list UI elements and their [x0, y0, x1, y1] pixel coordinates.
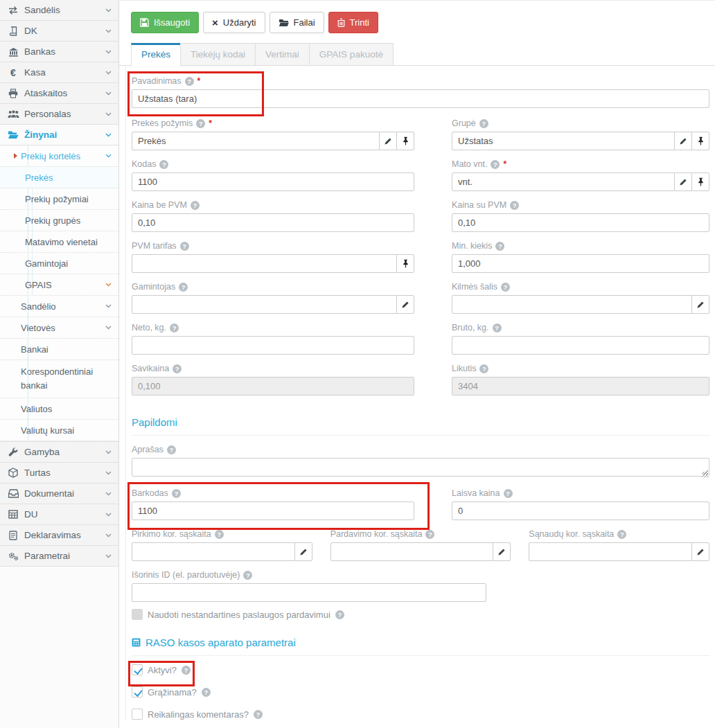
sidebar-item-parametrai[interactable]: Parametrai: [0, 546, 118, 567]
edit-button[interactable]: [493, 542, 511, 561]
tab-tiekeju-kodai[interactable]: Tiekėjų kodai: [180, 43, 256, 65]
sidebar-item-bankas[interactable]: Bankas: [0, 42, 118, 62]
sidebar-item-prekes[interactable]: Prekės: [0, 167, 118, 188]
pvm-tarifas-input[interactable]: [132, 254, 397, 273]
sidebar-item-prekiu-pozymiai[interactable]: Prekių požymiai: [0, 188, 118, 210]
save-button[interactable]: Išsaugoti: [131, 12, 199, 33]
pin-button[interactable]: [691, 132, 709, 150]
pardavimo-kor-saskaita-input[interactable]: [330, 542, 494, 561]
sidebar-item-korespondentiniai-bankai[interactable]: Korespondentiniai bankai: [0, 360, 118, 398]
help-icon[interactable]: ?: [159, 160, 168, 169]
help-icon[interactable]: ?: [617, 530, 626, 539]
komentaras-checkbox[interactable]: [132, 709, 143, 720]
sidebar-item-vietoves[interactable]: Vietovės: [0, 317, 118, 339]
help-icon[interactable]: ?: [180, 242, 189, 251]
help-icon[interactable]: ?: [479, 364, 488, 373]
pin-button[interactable]: [691, 172, 709, 191]
help-icon[interactable]: ?: [182, 666, 191, 675]
aktyvi-checkbox[interactable]: [132, 664, 143, 675]
sidebar-item-prekiu-grupes[interactable]: Prekių grupės: [0, 210, 118, 231]
help-icon[interactable]: ?: [170, 323, 179, 332]
sidebar-item-gpais[interactable]: GPAIS: [0, 274, 118, 296]
sidebar-item-dokumentai[interactable]: Dokumentai: [0, 483, 118, 504]
edit-button[interactable]: [674, 132, 692, 150]
kaina-be-pvm-input[interactable]: [132, 213, 414, 232]
help-icon[interactable]: ?: [491, 160, 500, 169]
sidebar-item-du[interactable]: DU: [0, 504, 118, 525]
help-icon[interactable]: ?: [196, 119, 205, 128]
edit-button[interactable]: [691, 542, 709, 561]
sidebar-item-kasa[interactable]: € Kasa: [0, 62, 118, 83]
edit-button[interactable]: [691, 295, 709, 314]
pirkimo-kor-saskaita-input[interactable]: [132, 542, 295, 561]
sidebar-item-ataskaitos[interactable]: Ataskaitos: [0, 83, 118, 104]
help-icon[interactable]: ?: [495, 242, 504, 251]
sidebar-item-label: Turtas: [24, 468, 105, 478]
sidebar-item-gamyba[interactable]: Gamyba: [0, 442, 118, 463]
neto-input[interactable]: [132, 336, 414, 355]
pavadinimas-input[interactable]: [132, 89, 709, 108]
pin-button[interactable]: [396, 132, 414, 150]
min-kiekis-input[interactable]: [452, 254, 709, 273]
help-icon[interactable]: ?: [501, 283, 510, 292]
help-icon[interactable]: ?: [167, 445, 176, 454]
kodas-input[interactable]: [132, 172, 414, 191]
sidebar-item-label: Parametrai: [24, 551, 105, 561]
sidebar-item-matavimo-vienetai[interactable]: Matavimo vienetai: [0, 231, 118, 253]
sidebar-item-turtas[interactable]: Turtas: [0, 463, 118, 483]
tab-gpais-pakuote[interactable]: GPAIS pakuotė: [309, 43, 394, 65]
help-icon[interactable]: ?: [425, 530, 434, 539]
laisva-kaina-input[interactable]: [452, 501, 709, 520]
sidebar-item-bankai[interactable]: Bankai: [0, 339, 118, 360]
edit-button[interactable]: [379, 132, 397, 150]
close-button[interactable]: × Uždaryti: [203, 12, 265, 33]
help-icon[interactable]: ?: [191, 201, 200, 210]
gamintojas-input[interactable]: [132, 295, 397, 314]
barkodas-input[interactable]: [132, 501, 414, 520]
help-icon[interactable]: ?: [479, 119, 488, 128]
isorinis-id-input[interactable]: [132, 583, 486, 602]
sidebar-item-zinynai[interactable]: Žinynai: [0, 125, 118, 145]
tab-prekes[interactable]: Prekės: [131, 43, 181, 66]
tab-vertimai[interactable]: Vertimai: [255, 43, 310, 65]
help-icon[interactable]: ?: [510, 201, 519, 210]
section-papildomi[interactable]: Papildomi: [132, 416, 709, 436]
edit-button[interactable]: [294, 542, 312, 561]
pin-button[interactable]: [396, 254, 414, 273]
grazinama-checkbox[interactable]: [132, 686, 143, 698]
help-icon[interactable]: ?: [493, 323, 502, 332]
files-button[interactable]: Failai: [270, 12, 324, 33]
bruto-input[interactable]: [452, 336, 709, 355]
sidebar-item-dk[interactable]: DK: [0, 21, 118, 42]
sidebar-item-valiutos[interactable]: Valiutos: [0, 398, 118, 420]
help-icon[interactable]: ?: [179, 283, 188, 292]
nestandartines-checkbox[interactable]: [132, 609, 143, 620]
sidebar-item-valiutu-kursai[interactable]: Valiutų kursai: [0, 420, 118, 441]
help-icon[interactable]: ?: [173, 364, 182, 373]
edit-button[interactable]: [674, 172, 692, 191]
help-icon[interactable]: ?: [243, 571, 252, 580]
sidebar-item-personalas[interactable]: Personalas: [0, 104, 118, 125]
help-icon[interactable]: ?: [202, 688, 211, 697]
help-icon[interactable]: ?: [185, 77, 194, 86]
kilmes-salis-input[interactable]: [452, 295, 692, 314]
sidebar-item-prekiu-korteles[interactable]: Prekių kortelės: [0, 145, 118, 167]
sanaudu-kor-saskaita-input[interactable]: [529, 542, 692, 561]
help-icon[interactable]: ?: [172, 489, 181, 498]
help-icon[interactable]: ?: [254, 710, 263, 719]
edit-button[interactable]: [396, 295, 414, 314]
mato-vnt-input[interactable]: [452, 172, 675, 191]
sidebar-item-gamintojai[interactable]: Gamintojai: [0, 253, 118, 274]
help-icon[interactable]: ?: [335, 610, 344, 619]
delete-button[interactable]: Trinti: [328, 12, 378, 33]
kaina-su-pvm-input[interactable]: [452, 213, 709, 232]
help-icon[interactable]: ?: [215, 530, 224, 539]
aprasas-textarea[interactable]: [132, 458, 709, 477]
prekes-pozymis-input[interactable]: [132, 132, 380, 150]
sidebar-item-sandelis[interactable]: Sandėlis: [0, 0, 118, 21]
section-raso[interactable]: RASO kasos aparato parametrai: [132, 637, 709, 656]
sidebar-item-deklaravimas[interactable]: Deklaravimas: [0, 525, 118, 546]
sidebar-item-sandelio[interactable]: Sandėlio: [0, 296, 118, 317]
grupe-input[interactable]: [452, 132, 675, 150]
help-icon[interactable]: ?: [504, 489, 513, 498]
